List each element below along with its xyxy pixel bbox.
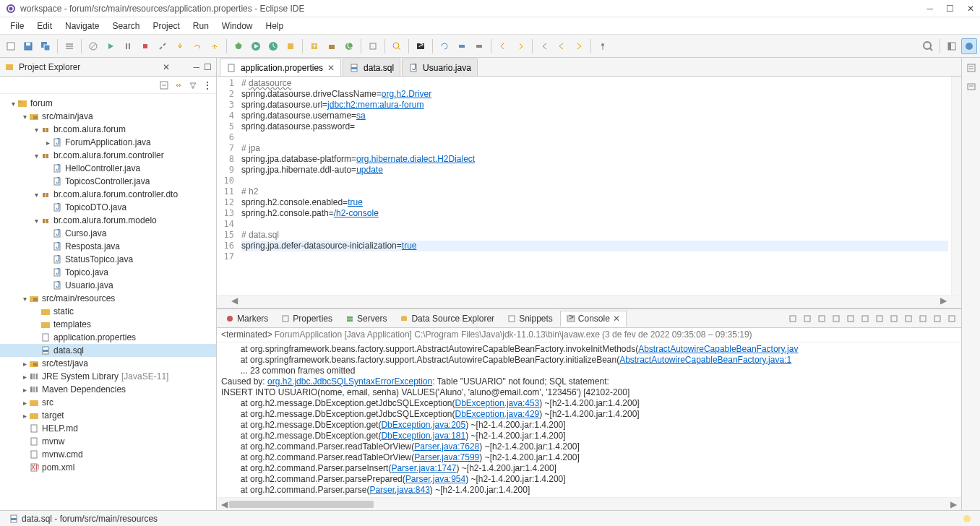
new-console-view-button[interactable] — [916, 312, 929, 325]
code-line-4[interactable]: spring.datasourse.username=sa — [241, 111, 948, 121]
back-button[interactable] — [554, 38, 569, 54]
save-all-button[interactable] — [38, 38, 53, 54]
new-package-button[interactable] — [324, 38, 340, 54]
code-line-7[interactable]: # jpa — [241, 143, 948, 154]
tree-node-hellocontroller-java[interactable]: JHelloController.java — [0, 162, 216, 175]
maximize-view-button[interactable]: ☐ — [204, 62, 212, 72]
code-line-12[interactable]: spring.h2.console.enabled=true — [241, 197, 948, 208]
code-line-11[interactable]: # h2 — [241, 186, 948, 197]
expand-arrow[interactable]: ▾ — [20, 295, 29, 303]
tip-icon[interactable] — [963, 514, 971, 523]
suspend-button[interactable] — [120, 38, 136, 54]
code-line-15[interactable]: # data.sql — [241, 230, 948, 241]
menu-run[interactable]: Run — [187, 20, 215, 33]
link-editor-button[interactable] — [174, 81, 183, 90]
expand-arrow[interactable]: ▸ — [20, 386, 29, 394]
expand-arrow[interactable]: ▸ — [20, 373, 29, 381]
expand-arrow[interactable]: ▸ — [43, 139, 52, 147]
tree-node-curso-java[interactable]: JCurso.java — [0, 227, 216, 240]
last-edit-button[interactable] — [536, 38, 552, 54]
terminate-button[interactable] — [137, 38, 153, 54]
stack-trace-link[interactable]: DbException.java:205 — [381, 420, 465, 430]
open-perspective-button[interactable] — [944, 38, 960, 54]
tree-node-src-test-java[interactable]: ▸src/test/java — [0, 357, 216, 370]
tree-node-help-md[interactable]: HELP.md — [0, 422, 216, 435]
code-line-10[interactable] — [241, 176, 948, 186]
project-tree[interactable]: ▾forum▾src/main/java▾br.com.alura.forum▸… — [0, 94, 216, 510]
tree-node-forum[interactable]: ▾forum — [0, 97, 216, 110]
tree-node-statustopico-java[interactable]: JStatusTopico.java — [0, 253, 216, 266]
expand-arrow[interactable]: ▾ — [20, 113, 29, 121]
stack-trace-link[interactable]: Parser.java:7628 — [414, 441, 479, 452]
debug-button[interactable] — [231, 38, 246, 54]
stack-trace-link[interactable]: Parser.java:1747 — [391, 463, 456, 473]
editor-tab-data-sql[interactable]: data.sql — [343, 59, 400, 76]
maximize-button[interactable]: ☐ — [946, 4, 954, 14]
tree-node-resposta-java[interactable]: JResposta.java — [0, 240, 216, 253]
stack-trace-link[interactable]: AbstractAutowireCapableBeanFactory.jav — [638, 344, 798, 354]
menu-window[interactable]: Window — [216, 20, 259, 33]
tree-node-static[interactable]: static — [0, 305, 216, 318]
expand-arrow[interactable]: ▸ — [20, 360, 29, 368]
tree-node-maven-dependencies[interactable]: ▸Maven Dependencies — [0, 383, 216, 396]
bottom-tab-close-button[interactable]: ✕ — [613, 314, 620, 324]
menu-edit[interactable]: Edit — [31, 20, 58, 33]
close-button[interactable]: ✕ — [967, 4, 974, 14]
new-class-button[interactable]: C — [341, 38, 357, 54]
code-area[interactable]: # datasourcespring.datasourse.driveClass… — [238, 77, 951, 295]
pin-console-button[interactable] — [873, 312, 886, 325]
open-type-button[interactable] — [365, 38, 381, 54]
expand-arrow[interactable]: ▸ — [20, 412, 29, 420]
coverage-button[interactable] — [265, 38, 281, 54]
expand-arrow[interactable]: ▾ — [32, 191, 40, 199]
expand-arrow[interactable]: ▾ — [32, 217, 40, 225]
word-wrap-button[interactable] — [859, 312, 872, 325]
code-line-3[interactable]: spring.datasourse.url=jdbc:h2:mem:alura-… — [241, 100, 948, 111]
save-button[interactable] — [20, 38, 36, 54]
tree-node-target[interactable]: ▸target — [0, 409, 216, 422]
stack-trace-link[interactable]: Parser.java:843 — [369, 485, 429, 495]
resume-button[interactable] — [103, 38, 119, 54]
new-java-project-button[interactable]: + — [306, 38, 322, 54]
editor-tab-application-properties[interactable]: application.properties✕ — [220, 59, 341, 76]
start-server-button[interactable] — [454, 38, 470, 54]
minimize-button[interactable]: ─ — [927, 4, 933, 14]
step-into-button[interactable] — [172, 38, 188, 54]
code-line-2[interactable]: spring.datasourse.driveClassName=org.h2.… — [241, 89, 948, 100]
maximize-console-button[interactable] — [945, 312, 958, 325]
tree-node-br-com-alura-forum-controller[interactable]: ▾br.com.alura.forum.controller — [0, 149, 216, 162]
tree-node-topico-java[interactable]: JTopico.java — [0, 266, 216, 279]
quick-access-button[interactable] — [920, 38, 936, 54]
stack-trace-link[interactable]: DbException.java:429 — [455, 409, 540, 419]
tree-node-jre-system-library[interactable]: ▸JRE System Library[JavaSE-11] — [0, 370, 216, 383]
stack-trace-link[interactable]: DbException.java:181 — [381, 431, 465, 441]
code-line-16[interactable]: spring.jpa.defer-datasource-inicializati… — [241, 241, 948, 251]
tree-node-usuario-java[interactable]: JUsuario.java — [0, 279, 216, 292]
terminate-launch-button[interactable] — [786, 312, 799, 325]
stack-trace-link[interactable]: AbstractAutowireCapableBeanFactory.java:… — [619, 355, 791, 365]
tree-node-pom-xml[interactable]: xmlpom.xml — [0, 461, 216, 474]
tree-node-br-com-alura-forum[interactable]: ▾br.com.alura.forum — [0, 123, 216, 136]
pin-editor-button[interactable] — [595, 38, 611, 54]
bottom-tab-data-source-explorer[interactable]: Data Source Explorer — [394, 311, 500, 327]
expand-arrow[interactable]: ▾ — [32, 126, 40, 134]
filter-button[interactable] — [189, 81, 197, 90]
tree-node-templates[interactable]: templates — [0, 318, 216, 331]
menu-navigate[interactable]: Navigate — [59, 20, 105, 33]
outline-view-button[interactable] — [964, 61, 979, 75]
expand-arrow[interactable]: ▾ — [32, 152, 40, 160]
terminal-button[interactable]: >_ — [413, 38, 429, 54]
stack-trace-link[interactable]: Parser.java:7599 — [414, 452, 479, 462]
tree-node-br-com-alura-forum-controller-dto[interactable]: ▾br.com.alura.forum.controller.dto — [0, 188, 216, 201]
editor-tab-usuario-java[interactable]: JUsuario.java — [402, 59, 478, 76]
open-console-button[interactable] — [902, 312, 915, 325]
code-line-9[interactable]: spring.jpa.hibernate.ddl-auto=update — [241, 165, 948, 176]
tree-node-application-properties[interactable]: application.properties — [0, 331, 216, 344]
code-line-1[interactable]: # datasource — [241, 78, 948, 89]
bottom-tab-servers[interactable]: Servers — [340, 311, 392, 327]
tree-node-data-sql[interactable]: data.sql — [0, 344, 216, 357]
menu-help[interactable]: Help — [260, 20, 290, 33]
code-line-17[interactable] — [241, 251, 948, 262]
stop-server-button[interactable] — [471, 38, 487, 54]
run-button[interactable] — [248, 38, 264, 54]
